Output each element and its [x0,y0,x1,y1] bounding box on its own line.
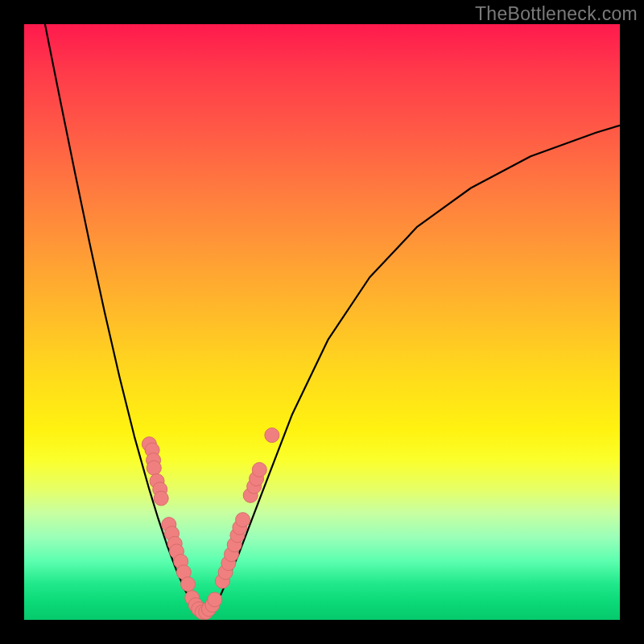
marker-left-upper [147,460,161,475]
marker-right-lower [236,513,250,527]
marker-right-isolated [265,428,279,443]
curve-left-branch [45,24,203,617]
curve-group [45,24,620,617]
marker-right-upper [252,463,266,477]
marker-bottom [208,592,222,607]
curve-right-branch [203,126,620,617]
watermark-text: TheBottleneck.com [475,3,638,25]
marker-left-lower [181,577,196,592]
chart-frame: TheBottleneck.com [0,0,644,644]
plot-area [24,24,620,620]
marker-group [142,428,279,620]
marker-left-upper [154,491,168,506]
chart-svg [24,24,620,620]
